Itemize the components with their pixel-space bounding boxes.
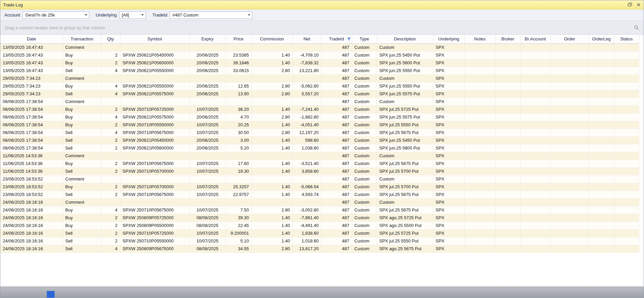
table-row[interactable]: 29/05/2025 7:34:23Comment487CustomCustom… [0, 74, 639, 82]
column-header-expiry[interactable]: Expiry [189, 35, 225, 43]
cell-symbol: SPXW 250621P05575000 [120, 90, 189, 98]
table-row[interactable]: 13/05/2025 16:47:43Buy2SPXW 250621P05450… [0, 51, 639, 59]
dock-window-icon[interactable] [627, 2, 632, 7]
cell-type: Custom [352, 43, 377, 51]
cell-status [614, 129, 639, 136]
cell-symbol: SPXW 250621P05550000 [120, 67, 189, 74]
cell-broker [495, 90, 520, 98]
filter-icon[interactable] [347, 37, 351, 42]
column-header-description[interactable]: Description [377, 35, 433, 43]
column-header-price[interactable]: Price [225, 35, 251, 43]
cell-symbol: SPXW 250710P05675000 [120, 191, 189, 198]
cell-status [614, 206, 639, 214]
cell-expiry [189, 98, 225, 105]
table-row[interactable]: 24/06/2025 18:16:16Buy4SPXW 250710P05675… [0, 206, 639, 214]
cell-underlying: SPX [433, 152, 464, 160]
cell-transaction: Sell [63, 136, 101, 144]
cell-qty: 2 [101, 191, 120, 198]
column-header-broker[interactable]: Broker [495, 35, 520, 43]
trade-log-window: Trade Log Account Gesti?n de 25k Underly… [0, 0, 644, 298]
cell-status [614, 222, 639, 229]
column-header-type[interactable]: Type [352, 35, 377, 43]
table-row[interactable]: 23/06/2025 18:53:52Sell2SPXW 250710P0567… [0, 191, 639, 198]
column-header-symbol[interactable]: Symbol [120, 35, 189, 43]
table-row[interactable]: 13/05/2025 16:47:43Sell4SPXW 250621P0555… [0, 67, 639, 74]
tradeid-combo[interactable]: #487 Custom [170, 11, 252, 19]
column-header-qty[interactable]: Qty [101, 35, 120, 43]
column-header-tradeid[interactable]: TradeId [321, 35, 352, 43]
column-header-order[interactable]: Order [550, 35, 589, 43]
cell-commission: 1.40 [251, 160, 293, 167]
cell-tradeid: 487 [321, 167, 352, 175]
column-header-underlying[interactable]: Underlying [433, 35, 464, 43]
table-row[interactable]: 06/06/2025 17:38:54Buy2SPXW 250710P05725… [0, 105, 639, 113]
cell-br-account [520, 82, 550, 90]
cell-qty: 4 [101, 90, 120, 98]
cell-type: Custom [352, 74, 377, 82]
cell-symbol: SPXW 250621P05550000 [120, 82, 189, 90]
table-row[interactable]: 13/05/2025 16:47:43Buy2SPXW 250621P05600… [0, 59, 639, 67]
table-row[interactable]: 24/06/2025 18:16:16Sell4SPXW 250809P0567… [0, 245, 639, 253]
table-row[interactable]: 06/06/2025 17:38:54Sell2SPXW 250621P0545… [0, 136, 639, 144]
account-combo[interactable]: Gesti?n de 25k [23, 11, 89, 19]
column-header-date[interactable]: Date [0, 35, 63, 43]
table-row[interactable]: 06/06/2025 17:38:54Sell2SPXW 250621P0560… [0, 144, 639, 152]
cell-price [225, 43, 251, 51]
cell-symbol: SPXW 250710P05675000 [120, 206, 189, 214]
cell-orderleg [589, 113, 614, 121]
close-icon[interactable] [636, 2, 641, 7]
table-row[interactable]: 11/06/2025 14:53:36Buy2SPXW 250710P05675… [0, 160, 639, 167]
cell-net: -5,066.54 [293, 183, 321, 191]
cell-qty: 2 [101, 229, 120, 237]
table-row[interactable]: 11/06/2025 14:53:36Sell2SPXW 250710P0570… [0, 167, 639, 175]
table-row[interactable]: 06/06/2025 17:38:54Buy4SPXW 250621P05575… [0, 113, 639, 121]
table-row[interactable]: 29/05/2025 7:34:23Sell4SPXW 250621P05575… [0, 90, 639, 98]
table-row[interactable]: 24/06/2025 18:16:16Sell2SPXW 250710P0572… [0, 229, 639, 237]
table-row[interactable]: 06/06/2025 17:38:54Comment487CustomCusto… [0, 98, 639, 105]
column-header-commission[interactable]: Commission [251, 35, 293, 43]
table-row[interactable]: 24/06/2025 18:16:16Comment487CustomCusto… [0, 198, 639, 206]
cell-broker [495, 74, 520, 82]
cell-order [550, 90, 589, 98]
table-row[interactable]: 24/06/2025 18:16:16Buy2SPXW 250809P05725… [0, 214, 639, 222]
titlebar-buttons [627, 2, 641, 7]
cell-symbol: SPXW 250710P05700000 [120, 183, 189, 191]
cell-expiry [189, 152, 225, 160]
cell-br-account [520, 175, 550, 183]
table-row[interactable]: 06/06/2025 17:38:54Buy2SPXW 250710P05550… [0, 121, 639, 129]
underlying-combo[interactable]: [All] [119, 11, 146, 19]
table-row[interactable]: 13/05/2025 16:47:43Comment487CustomCusto… [0, 43, 639, 51]
group-by-bar[interactable]: Drag a column header here to group by th… [0, 21, 644, 35]
cell-order [550, 144, 589, 152]
cell-notes [464, 67, 495, 74]
table-row[interactable]: 24/06/2025 18:16:16Sell2SPXW 250710P0555… [0, 237, 639, 245]
table-row[interactable]: 11/06/2025 14:53:36Comment487CustomCusto… [0, 152, 639, 160]
column-header-orderleg[interactable]: OrderLeg [589, 35, 614, 43]
cell-net [293, 175, 321, 183]
cell-transaction: Buy [63, 222, 101, 229]
column-header-net[interactable]: Net [293, 35, 321, 43]
column-header-notes[interactable]: Notes [464, 35, 495, 43]
cell-status [614, 144, 639, 152]
cell-date: 24/06/2025 18:16:16 [0, 237, 63, 245]
cell-orderleg [589, 198, 614, 206]
cell-commission: 1.40 [251, 51, 293, 59]
cell-notes [464, 160, 495, 167]
cell-broker [495, 105, 520, 113]
column-header-br-account[interactable]: Br.Account [520, 35, 550, 43]
underlying-label: Underlying [96, 12, 117, 18]
table-row[interactable]: 06/06/2025 17:38:54Sell4SPXW 250710P0567… [0, 129, 639, 136]
table-row[interactable]: 29/05/2025 7:34:23Buy4SPXW 250621P055500… [0, 82, 639, 90]
cell-order [550, 191, 589, 198]
cell-br-account [520, 98, 550, 105]
table-row[interactable]: 24/06/2025 18:16:16Buy2SPXW 250809P05500… [0, 222, 639, 229]
search-icon[interactable] [634, 25, 639, 30]
column-header-status[interactable]: Status [614, 35, 639, 43]
cell-description: SPX jun.25 5600 Put [377, 144, 433, 152]
table-row[interactable]: 23/06/2025 18:53:52Buy2SPXW 250710P05700… [0, 183, 639, 191]
column-header-transaction[interactable]: Transaction [63, 35, 101, 43]
cell-order [550, 105, 589, 113]
table-row[interactable]: 23/06/2025 18:53:52Comment487CustomCusto… [0, 175, 639, 183]
cell-underlying: SPX [433, 82, 464, 90]
cell-date: 29/05/2025 7:34:23 [0, 74, 63, 82]
